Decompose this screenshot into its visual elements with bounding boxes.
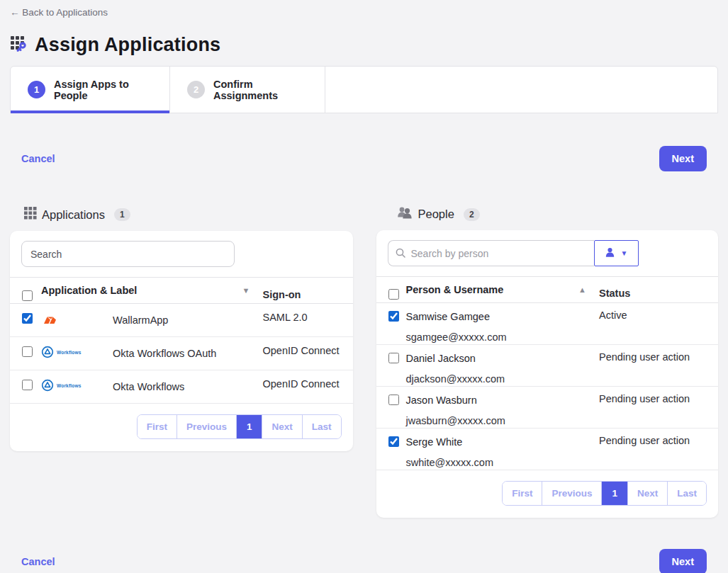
cancel-link-top[interactable]: Cancel	[21, 153, 55, 164]
wallarm-logo	[41, 318, 65, 330]
person-username: djackson@xxxxx.com	[406, 372, 600, 386]
pagination-page-1[interactable]: 1	[237, 415, 263, 438]
table-row-wallarmapp[interactable]: WallarmApp SAML 2.0	[10, 304, 353, 337]
next-button-top[interactable]: Next	[659, 146, 707, 171]
applications-search-row	[10, 231, 353, 277]
people-section-header: People 2	[396, 207, 719, 222]
assign-applications-page: ← Back to Applications Assign Applicatio…	[0, 0, 728, 573]
pagination-previous[interactable]: Previous	[177, 415, 237, 438]
people-search-row: ▼	[376, 230, 719, 276]
back-to-applications-link[interactable]: ← Back to Applications	[10, 7, 108, 18]
cancel-link-bottom[interactable]: Cancel	[21, 556, 55, 567]
search-icon	[395, 247, 406, 261]
table-row-jason-wasburn[interactable]: Jason Wasburn jwasburn@xxxxx.com Pending…	[376, 387, 719, 429]
row-checkbox[interactable]	[388, 311, 399, 322]
row-checkbox[interactable]	[22, 313, 33, 324]
table-row-okta-workflows-oauth[interactable]: Workflows Okta Workflows OAuth OpenID Co…	[10, 337, 353, 370]
step-2-badge: 2	[187, 81, 205, 98]
applications-column-main: Application & Label	[41, 285, 137, 296]
person-name: Serge White	[406, 435, 600, 449]
sort-asc-icon[interactable]: ▲	[578, 285, 586, 294]
page-header: Assign Applications	[10, 34, 718, 56]
people-column-main: Person & Username	[406, 284, 504, 295]
table-row-daniel-jackson[interactable]: Daniel Jackson djackson@xxxxx.com Pendin…	[376, 345, 719, 387]
next-button-bottom[interactable]: Next	[659, 549, 707, 573]
row-checkbox[interactable]	[22, 346, 33, 357]
page-title: Assign Applications	[35, 34, 220, 56]
applications-section-header: Applications 1	[24, 207, 353, 222]
tab-assign-apps-to-people[interactable]: 1 Assign Apps to People	[11, 67, 169, 113]
applications-column-signon: Sign-on	[263, 278, 353, 304]
person-status: Pending user action	[599, 387, 718, 429]
people-pagination-row: First Previous 1 Next Last	[376, 470, 719, 518]
person-status: Pending user action	[599, 429, 718, 470]
applications-select-all-checkbox[interactable]	[22, 290, 33, 301]
applications-count-badge: 1	[114, 208, 130, 221]
pagination-first[interactable]: First	[503, 482, 542, 505]
person-name: Samwise Gamgee	[406, 310, 600, 324]
applications-column: Applications 1 Application & Label	[10, 207, 353, 518]
people-table: Person & Username ▲ Status Samwise Gamge…	[376, 276, 719, 470]
table-row-okta-workflows[interactable]: Workflows Okta Workflows OpenID Connect	[10, 370, 353, 404]
okta-workflows-logo: Workflows	[41, 379, 113, 392]
person-username: sgamgee@xxxxx.com	[406, 330, 600, 344]
pagination-last[interactable]: Last	[303, 415, 341, 438]
people-card: ▼ Person & Username ▲	[376, 230, 719, 518]
person-username: swhite@xxxxx.com	[406, 455, 600, 470]
tab-confirm-assignments[interactable]: 2 Confirm Assignments	[169, 67, 325, 113]
step-1-label: Assign Apps to People	[54, 79, 152, 101]
workflows-logo-text: Workflows	[57, 383, 82, 388]
app-name: WallarmApp	[113, 304, 263, 337]
person-name: Jason Wasburn	[406, 393, 600, 407]
people-pagination: First Previous 1 Next Last	[502, 481, 707, 506]
okta-workflows-logo: Workflows	[41, 346, 113, 358]
sort-desc-icon[interactable]: ▼	[242, 286, 250, 295]
people-icon	[396, 207, 413, 222]
assign-applications-icon	[10, 35, 28, 55]
person-icon	[605, 247, 615, 260]
applications-section-title: Applications	[42, 208, 105, 222]
pagination-previous[interactable]: Previous	[542, 482, 602, 505]
applications-header-row: Application & Label ▼ Sign-on	[10, 278, 353, 304]
wizard-steps: 1 Assign Apps to People 2 Confirm Assign…	[10, 66, 718, 113]
app-name: Okta Workflows	[113, 370, 263, 404]
app-signon: OpenID Connect	[263, 370, 353, 404]
step-1-badge: 1	[28, 81, 45, 98]
applications-pagination: First Previous 1 Next Last	[137, 414, 342, 439]
app-name: Okta Workflows OAuth	[113, 337, 263, 370]
applications-table: Application & Label ▼ Sign-on	[10, 277, 353, 404]
people-section-title: People	[418, 208, 454, 221]
pagination-last[interactable]: Last	[668, 482, 706, 505]
people-column: People 2	[376, 207, 719, 518]
person-name: Daniel Jackson	[406, 351, 600, 365]
top-toolbar: Cancel Next	[10, 146, 718, 171]
person-username: jwasburn@xxxxx.com	[406, 414, 600, 428]
assignment-panels: Applications 1 Application & Label	[10, 207, 718, 518]
table-row-serge-white[interactable]: Serge White swhite@xxxxx.com Pending use…	[376, 429, 719, 470]
pagination-next[interactable]: Next	[628, 482, 668, 505]
row-checkbox[interactable]	[388, 395, 399, 405]
workflows-logo-text: Workflows	[57, 350, 82, 355]
person-status: Pending user action	[599, 345, 718, 387]
app-signon: OpenID Connect	[263, 337, 353, 370]
row-checkbox[interactable]	[388, 353, 399, 363]
people-column-status: Status	[599, 277, 718, 303]
pagination-first[interactable]: First	[138, 415, 177, 438]
row-checkbox[interactable]	[22, 380, 33, 390]
app-signon: SAML 2.0	[263, 304, 353, 337]
pagination-next[interactable]: Next	[262, 415, 302, 438]
row-checkbox[interactable]	[388, 436, 399, 447]
step-2-label: Confirm Assignments	[213, 79, 308, 101]
people-count-badge: 2	[464, 208, 480, 221]
pagination-page-1[interactable]: 1	[602, 482, 628, 505]
people-select-all-checkbox[interactable]	[388, 289, 399, 300]
bottom-toolbar: Cancel Next	[10, 549, 718, 573]
people-search-input[interactable]	[388, 240, 594, 266]
table-row-samwise-gamgee[interactable]: Samwise Gamgee sgamgee@xxxxx.com Active	[376, 303, 719, 345]
people-header-row: Person & Username ▲ Status	[376, 277, 719, 303]
applications-card: Application & Label ▼ Sign-on	[10, 231, 353, 451]
applications-pagination-row: First Previous 1 Next Last	[10, 404, 353, 451]
people-filter-dropdown-button[interactable]: ▼	[594, 240, 639, 266]
applications-search-input[interactable]	[21, 241, 235, 267]
chevron-down-icon: ▼	[621, 249, 628, 257]
